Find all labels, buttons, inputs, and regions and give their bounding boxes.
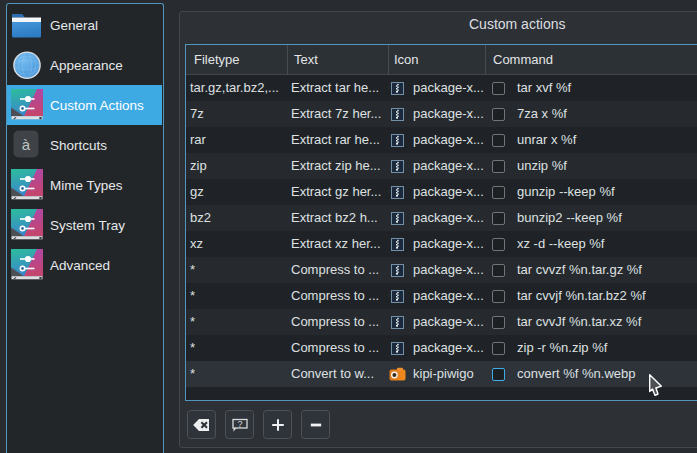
svg-text:à: à [22, 136, 31, 153]
svg-text:?: ? [237, 418, 242, 428]
